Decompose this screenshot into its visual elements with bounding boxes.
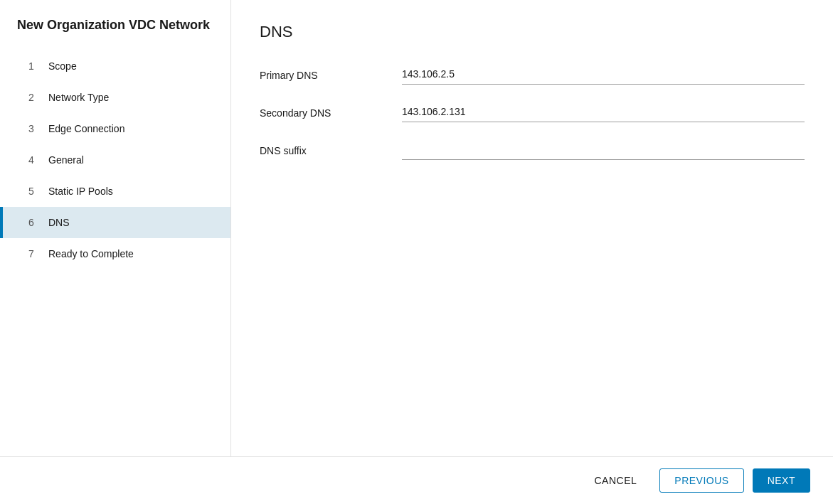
dialog-footer: CANCEL PREVIOUS NEXT xyxy=(0,456,833,504)
sidebar: New Organization VDC Network 1Scope2Netw… xyxy=(0,0,231,456)
active-step-indicator xyxy=(0,207,3,238)
step-label: DNS xyxy=(48,217,70,228)
field-wrapper-dns-suffix xyxy=(402,139,805,160)
label-dns-suffix: DNS suffix xyxy=(260,139,402,156)
sidebar-step-dns[interactable]: 6DNS xyxy=(0,207,230,238)
input-secondary-dns[interactable] xyxy=(402,102,805,122)
sidebar-step-general[interactable]: 4General xyxy=(0,144,230,176)
sidebar-step-network-type[interactable]: 2Network Type xyxy=(0,82,230,113)
form-group-secondary-dns: Secondary DNS xyxy=(260,102,805,122)
sidebar-step-edge-connection[interactable]: 3Edge Connection xyxy=(0,113,230,144)
step-number: 1 xyxy=(28,60,40,72)
form-group-dns-suffix: DNS suffix xyxy=(260,139,805,160)
section-title: DNS xyxy=(260,23,805,41)
field-wrapper-primary-dns xyxy=(402,64,805,85)
label-primary-dns: Primary DNS xyxy=(260,64,402,81)
next-button[interactable]: NEXT xyxy=(753,468,810,493)
step-number: 4 xyxy=(28,154,40,166)
step-number: 2 xyxy=(28,92,40,103)
form-group-primary-dns: Primary DNS xyxy=(260,64,805,85)
step-number: 7 xyxy=(28,248,40,259)
label-secondary-dns: Secondary DNS xyxy=(260,102,402,119)
dialog-content: New Organization VDC Network 1Scope2Netw… xyxy=(0,0,833,456)
field-wrapper-secondary-dns xyxy=(402,102,805,122)
step-label: Network Type xyxy=(48,92,109,103)
input-primary-dns[interactable] xyxy=(402,64,805,85)
step-number: 3 xyxy=(28,123,40,134)
sidebar-steps: 1Scope2Network Type3Edge Connection4Gene… xyxy=(0,50,230,439)
step-number: 5 xyxy=(28,186,40,197)
step-label: General xyxy=(48,154,84,166)
main-content: DNS Primary DNSSecondary DNSDNS suffix xyxy=(231,0,833,456)
step-label: Static IP Pools xyxy=(48,186,113,197)
input-dns-suffix[interactable] xyxy=(402,139,805,160)
dialog-title: New Organization VDC Network xyxy=(0,17,230,50)
cancel-button[interactable]: CANCEL xyxy=(580,469,652,492)
step-number: 6 xyxy=(28,217,40,228)
step-label: Edge Connection xyxy=(48,123,124,134)
sidebar-step-static-ip-pools[interactable]: 5Static IP Pools xyxy=(0,176,230,207)
dialog: New Organization VDC Network 1Scope2Netw… xyxy=(0,0,833,504)
step-label: Scope xyxy=(48,60,77,72)
sidebar-step-scope[interactable]: 1Scope xyxy=(0,50,230,82)
sidebar-step-ready-to-complete[interactable]: 7Ready to Complete xyxy=(0,238,230,269)
dns-form: Primary DNSSecondary DNSDNS suffix xyxy=(260,64,805,160)
previous-button[interactable]: PREVIOUS xyxy=(659,468,743,493)
step-label: Ready to Complete xyxy=(48,248,134,259)
